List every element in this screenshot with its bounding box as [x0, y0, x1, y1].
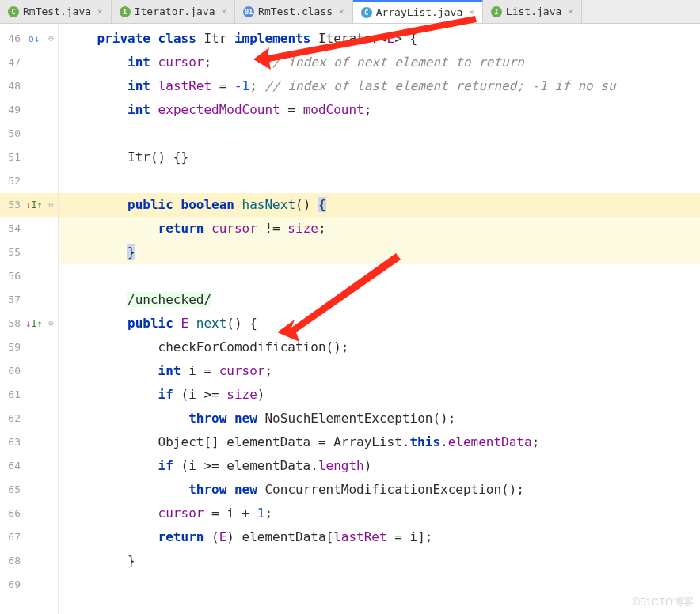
- fold-toggle: [44, 264, 58, 288]
- file-type-icon: 01: [243, 6, 254, 17]
- code-line[interactable]: cursor = i + 1;: [59, 502, 700, 525]
- line-number[interactable]: 58: [0, 312, 24, 335]
- fold-toggle: [44, 525, 58, 549]
- line-number[interactable]: 67: [0, 525, 24, 549]
- tab-label: RmTest.java: [23, 6, 91, 17]
- fold-toggle[interactable]: ⊖: [44, 312, 58, 335]
- tab-iterator-java[interactable]: IIterator.java×: [112, 0, 235, 23]
- line-number[interactable]: 65: [0, 478, 24, 502]
- line-number[interactable]: 61: [0, 383, 24, 407]
- fold-toggle: [44, 217, 58, 241]
- file-type-icon: I: [491, 6, 502, 17]
- gutter-mark: [24, 383, 44, 407]
- fold-toggle: [44, 51, 58, 74]
- line-number[interactable]: 52: [0, 169, 24, 193]
- code-line[interactable]: throw new NoSuchElementException();: [59, 407, 700, 430]
- watermark: ©51CTO博客: [633, 595, 694, 609]
- gutter-mark: [24, 169, 44, 193]
- gutter-mark: [24, 454, 44, 478]
- tab-rmtest-java[interactable]: CRmTest.java×: [0, 0, 112, 23]
- code-line[interactable]: return cursor != size;: [59, 217, 700, 241]
- gutter-mark: [24, 122, 44, 146]
- annotation-arrow-2: [277, 253, 404, 348]
- gutter-mark: [24, 146, 44, 169]
- gutter-mark[interactable]: o↓: [24, 27, 44, 51]
- line-number[interactable]: 68: [0, 549, 24, 573]
- code-line[interactable]: throw new ConcurrentModificationExceptio…: [59, 478, 700, 502]
- gutter-markers: o↓↓I↑↓I↑: [24, 24, 44, 614]
- line-number[interactable]: 49: [0, 98, 24, 122]
- file-type-icon: I: [120, 6, 131, 17]
- line-number[interactable]: 51: [0, 146, 24, 169]
- gutter-mark: [24, 430, 44, 454]
- fold-toggle: [44, 359, 58, 383]
- fold-toggle[interactable]: ⊖: [44, 193, 58, 217]
- fold-toggle: [44, 74, 58, 98]
- fold-toggle: [44, 430, 58, 454]
- fold-toggle: [44, 383, 58, 407]
- line-number[interactable]: 63: [0, 430, 24, 454]
- gutter-fold: ⊖⊖⊖: [44, 24, 59, 614]
- line-number[interactable]: 46: [0, 27, 24, 51]
- gutter-mark: [24, 217, 44, 241]
- line-number[interactable]: 64: [0, 454, 24, 478]
- gutter-mark[interactable]: ↓I↑: [24, 193, 44, 217]
- fold-toggle: [44, 241, 58, 264]
- code-line[interactable]: }: [59, 549, 700, 573]
- gutter-mark: [24, 573, 44, 597]
- annotation-arrow-1: [253, 16, 491, 142]
- fold-toggle[interactable]: ⊖: [44, 27, 58, 51]
- code-line[interactable]: if (i >= elementData.length): [59, 454, 700, 478]
- fold-toggle: [44, 98, 58, 122]
- line-number[interactable]: 47: [0, 51, 24, 74]
- code-line[interactable]: public boolean hasNext() {: [59, 193, 700, 217]
- line-number[interactable]: 56: [0, 264, 24, 288]
- gutter-mark: [24, 51, 44, 74]
- line-number[interactable]: 50: [0, 122, 24, 146]
- fold-toggle: [44, 122, 58, 146]
- file-type-icon: C: [8, 6, 19, 17]
- fold-toggle: [44, 407, 58, 430]
- svg-marker-0: [253, 16, 477, 70]
- gutter-mark: [24, 288, 44, 312]
- line-number[interactable]: 55: [0, 241, 24, 264]
- gutter-mark: [24, 359, 44, 383]
- line-number[interactable]: 69: [0, 573, 24, 597]
- fold-toggle: [44, 502, 58, 525]
- fold-toggle: [44, 454, 58, 478]
- line-number[interactable]: 53: [0, 193, 24, 217]
- code-line[interactable]: if (i >= size): [59, 383, 700, 407]
- fold-toggle: [44, 573, 58, 597]
- fold-toggle: [44, 549, 58, 573]
- close-icon[interactable]: ×: [97, 6, 103, 17]
- fold-toggle: [44, 288, 58, 312]
- code-line[interactable]: Itr() {}: [59, 146, 700, 169]
- close-icon[interactable]: ×: [568, 6, 573, 17]
- line-number[interactable]: 60: [0, 359, 24, 383]
- line-number[interactable]: 48: [0, 74, 24, 98]
- code-line[interactable]: [59, 573, 700, 597]
- gutter-mark: [24, 502, 44, 525]
- close-icon[interactable]: ×: [221, 6, 226, 17]
- line-number[interactable]: 62: [0, 407, 24, 430]
- fold-toggle: [44, 146, 58, 169]
- gutter-mark: [24, 241, 44, 264]
- tab-label: Iterator.java: [135, 6, 215, 17]
- line-number[interactable]: 59: [0, 335, 24, 359]
- gutter-mark: [24, 335, 44, 359]
- gutter-mark: [24, 98, 44, 122]
- code-line[interactable]: Object[] elementData = ArrayList.this.el…: [59, 430, 700, 454]
- fold-toggle: [44, 335, 58, 359]
- tab-list-java[interactable]: IList.java×: [483, 0, 582, 23]
- line-number[interactable]: 66: [0, 502, 24, 525]
- code-line[interactable]: [59, 169, 700, 193]
- line-number[interactable]: 57: [0, 288, 24, 312]
- line-number[interactable]: 54: [0, 217, 24, 241]
- svg-marker-1: [277, 253, 401, 342]
- gutter-mark: [24, 549, 44, 573]
- gutter-mark[interactable]: ↓I↑: [24, 312, 44, 335]
- fold-toggle: [44, 169, 58, 193]
- code-line[interactable]: int i = cursor;: [59, 359, 700, 383]
- code-line[interactable]: return (E) elementData[lastRet = i];: [59, 525, 700, 549]
- gutter-mark: [24, 407, 44, 430]
